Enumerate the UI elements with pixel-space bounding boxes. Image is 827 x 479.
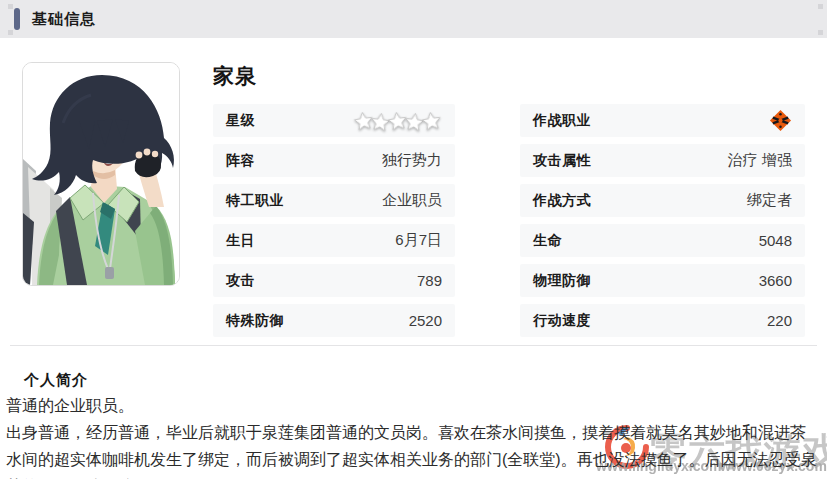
stat-value: 绑定者 — [747, 191, 792, 210]
stat-label: 阵容 — [226, 152, 255, 170]
stat-row-attack: 攻击 789 — [213, 264, 455, 297]
corner-square-icon — [818, 30, 823, 35]
support-class-icon — [769, 109, 792, 132]
profile-bio-line1: 普通的企业职员。 — [6, 392, 821, 419]
corner-square-icon — [8, 30, 13, 35]
stat-label: 作战职业 — [533, 112, 591, 130]
section-header: 基础信息 — [0, 0, 827, 38]
profile-bio-line2: 出身普通，经历普通，毕业后就职于泉莲集团普通的文员岗。喜欢在茶水间摸鱼，摸着摸着… — [6, 419, 821, 479]
stats-table-right: 作战职业 攻击属性 治疗 增强 作战方式 绑定者 生命 5048 物理防御 36… — [520, 104, 805, 344]
corner-square-icon — [8, 4, 13, 9]
stat-value: 独行势力 — [382, 151, 442, 170]
profile-bio: 普通的企业职员。 出身普通，经历普通，毕业后就职于泉莲集团普通的文员岗。喜欢在茶… — [6, 392, 821, 479]
section-title: 基础信息 — [32, 10, 96, 29]
character-portrait — [22, 62, 180, 286]
stat-row-birthday: 生日 6月7日 — [213, 224, 455, 257]
stat-row-action-speed: 行动速度 220 — [520, 304, 805, 337]
stat-value: 企业职员 — [382, 191, 442, 210]
stat-row-special-defense: 特殊防御 2520 — [213, 304, 455, 337]
star-icon — [420, 109, 444, 132]
stats-table-left: 星级 阵容 独行势力 特工职业 企业职员 生日 6月7日 攻击 789 特殊防御… — [213, 104, 455, 344]
stat-label: 攻击属性 — [533, 152, 591, 170]
stat-label: 星级 — [226, 112, 255, 130]
stat-row-combat-class: 作战职业 — [520, 104, 805, 137]
stat-label: 物理防御 — [533, 272, 591, 290]
corner-square-icon — [818, 4, 823, 9]
stat-row-faction: 阵容 独行势力 — [213, 144, 455, 177]
stat-value: 2520 — [409, 312, 442, 329]
stat-label: 特工职业 — [226, 192, 284, 210]
character-portrait-illustration — [23, 63, 179, 285]
character-info-page: { "header": { "title": "基础信息" }, "charac… — [0, 0, 827, 479]
character-name: 家泉 — [213, 62, 257, 90]
stat-value: 789 — [417, 272, 442, 289]
stat-row-star-level: 星级 — [213, 104, 455, 137]
accent-bar-icon — [14, 8, 20, 30]
stat-value: 3660 — [759, 272, 792, 289]
stat-value: 5048 — [759, 232, 792, 249]
stat-row-agent-profession: 特工职业 企业职员 — [213, 184, 455, 217]
stat-row-hp: 生命 5048 — [520, 224, 805, 257]
stat-value: 治疗 增强 — [728, 151, 792, 170]
stat-label: 生命 — [533, 232, 562, 250]
stat-label: 生日 — [226, 232, 255, 250]
star-rating — [357, 111, 442, 131]
stat-value: 220 — [767, 312, 792, 329]
stat-label: 作战方式 — [533, 192, 591, 210]
stat-row-combat-style: 作战方式 绑定者 — [520, 184, 805, 217]
stat-label: 特殊防御 — [226, 312, 284, 330]
stat-row-attack-attribute: 攻击属性 治疗 增强 — [520, 144, 805, 177]
stat-value: 6月7日 — [395, 231, 442, 250]
section-divider — [10, 345, 817, 346]
stat-label: 攻击 — [226, 272, 255, 290]
stat-label: 行动速度 — [533, 312, 591, 330]
profile-section-title: 个人简介 — [24, 371, 88, 390]
stat-row-physical-defense: 物理防御 3660 — [520, 264, 805, 297]
